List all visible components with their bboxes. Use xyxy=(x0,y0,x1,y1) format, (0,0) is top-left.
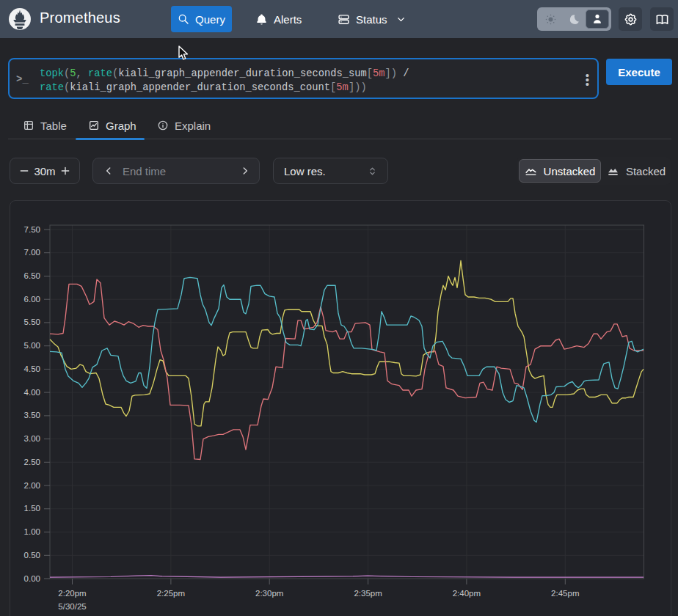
svg-text:2:35pm: 2:35pm xyxy=(354,589,382,598)
svg-text:3.50: 3.50 xyxy=(24,411,40,419)
svg-text:7.50: 7.50 xyxy=(24,225,40,234)
svg-text:2:20pm: 2:20pm xyxy=(58,589,86,598)
svg-text:0.00: 0.00 xyxy=(24,574,40,583)
svg-text:2.00: 2.00 xyxy=(24,481,40,490)
svg-text:5.00: 5.00 xyxy=(24,341,40,350)
svg-text:1.50: 1.50 xyxy=(24,504,40,513)
svg-text:6.00: 6.00 xyxy=(24,295,40,304)
svg-text:4.00: 4.00 xyxy=(24,388,40,397)
svg-text:2:30pm: 2:30pm xyxy=(255,589,283,598)
svg-text:2:45pm: 2:45pm xyxy=(551,589,579,598)
svg-text:5/30/25: 5/30/25 xyxy=(58,602,86,611)
svg-text:6.50: 6.50 xyxy=(24,271,40,280)
svg-text:4.50: 4.50 xyxy=(24,364,40,373)
svg-text:2.50: 2.50 xyxy=(24,458,40,466)
svg-text:0.50: 0.50 xyxy=(24,551,40,560)
svg-text:2:40pm: 2:40pm xyxy=(453,589,481,598)
svg-text:1.00: 1.00 xyxy=(24,527,40,536)
svg-text:7.00: 7.00 xyxy=(24,248,40,257)
svg-text:3.00: 3.00 xyxy=(24,434,40,443)
svg-text:2:25pm: 2:25pm xyxy=(157,589,185,598)
svg-text:5.50: 5.50 xyxy=(24,318,40,326)
